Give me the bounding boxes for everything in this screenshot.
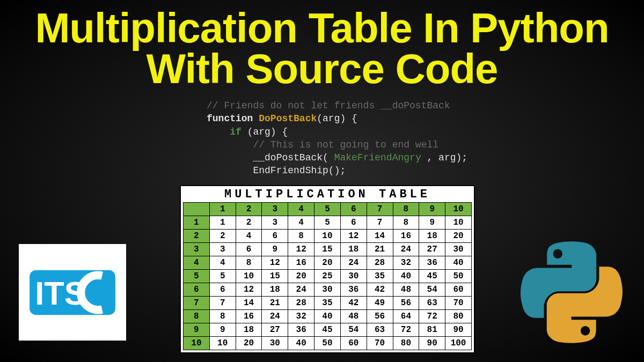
table-row: 4481216202428323640	[184, 256, 472, 270]
code-keyword-if: if	[230, 127, 241, 137]
table-cell: 36	[419, 256, 445, 270]
table-cell: 1	[209, 216, 236, 230]
table-cell: 48	[393, 283, 419, 297]
row-header: 2	[184, 230, 210, 243]
table-cell: 21	[262, 297, 288, 310]
table-cell: 4	[288, 216, 314, 230]
table-cell: 48	[340, 310, 367, 323]
table-cell: 24	[340, 256, 367, 270]
table-cell: 27	[419, 243, 445, 256]
multiplication-table: 12345678910 1123456789102246810121416182…	[183, 202, 472, 350]
row-header: 8	[184, 310, 210, 323]
code-comment-2: // This is not going to end well	[253, 139, 438, 150]
table-cell: 40	[393, 270, 419, 283]
multiplication-table-container: MULTIPLICATION TABLE 12345678910 1123456…	[180, 185, 475, 353]
table-cell: 20	[288, 270, 314, 283]
col-header: 3	[262, 203, 288, 216]
table-cell: 4	[236, 230, 262, 243]
code-l3-rest: (arg) {	[241, 127, 288, 137]
table-cell: 80	[393, 337, 419, 350]
table-cell: 7	[209, 297, 236, 310]
table-cell: 42	[367, 283, 393, 297]
table-cell: 56	[393, 297, 419, 310]
table-cell: 56	[367, 310, 393, 323]
table-cell: 8	[209, 310, 236, 323]
table-cell: 2	[209, 230, 236, 243]
table-cell: 70	[445, 297, 472, 310]
table-cell: 24	[262, 310, 288, 323]
table-cell: 40	[288, 337, 314, 350]
table-cell: 80	[445, 310, 472, 323]
table-cell: 10	[236, 270, 262, 283]
table-cell: 6	[262, 230, 288, 243]
table-cell: 15	[314, 243, 341, 256]
table-row: 336912151821242730	[184, 243, 472, 256]
table-cell: 50	[314, 337, 341, 350]
table-cell: 20	[236, 337, 262, 350]
table-cell: 35	[314, 297, 341, 310]
table-cell: 30	[340, 270, 367, 283]
table-cell: 45	[419, 270, 445, 283]
col-header: 5	[314, 203, 341, 216]
table-cell: 90	[445, 323, 472, 337]
table-cell: 6	[209, 283, 236, 297]
table-cell: 10	[314, 230, 341, 243]
code-l2-rest: (arg) {	[317, 113, 357, 124]
table-cell: 35	[367, 270, 393, 283]
table-row: 22468101214161820	[184, 230, 472, 243]
table-cell: 25	[314, 270, 341, 283]
row-header: 6	[184, 283, 210, 297]
table-cell: 18	[419, 230, 445, 243]
table-cell: 42	[340, 297, 367, 310]
table-cell: 60	[340, 337, 367, 350]
col-header: 1	[209, 203, 236, 216]
row-header: 10	[184, 337, 210, 350]
table-row: 88162432404856647280	[184, 310, 472, 323]
table-cell: 5	[314, 216, 341, 230]
table-cell: 12	[340, 230, 367, 243]
table-cell: 81	[419, 323, 445, 337]
row-header: 5	[184, 270, 210, 283]
table-cell: 54	[340, 323, 367, 337]
code-l5-p1: (	[323, 152, 334, 163]
title-line-1: Multiplication Table In Python	[0, 8, 644, 48]
table-cell: 40	[445, 256, 472, 270]
table-cell: 24	[393, 243, 419, 256]
table-cell: 18	[236, 323, 262, 337]
table-cell: 12	[288, 243, 314, 256]
table-row: 10102030405060708090100	[184, 337, 472, 350]
table-cell: 2	[236, 216, 262, 230]
code-l5-p2: , arg);	[421, 152, 467, 163]
table-row: 77142128354249566370	[184, 297, 472, 310]
code-arg: MakeFriendAngry	[334, 152, 421, 163]
table-cell: 14	[367, 230, 393, 243]
table-corner	[184, 203, 210, 216]
table-cell: 12	[236, 283, 262, 297]
table-cell: 12	[262, 256, 288, 270]
table-cell: 7	[367, 216, 393, 230]
table-cell: 9	[419, 216, 445, 230]
table-cell: 20	[314, 256, 341, 270]
table-cell: 30	[262, 337, 288, 350]
table-row: 55101520253035404550	[184, 270, 472, 283]
table-cell: 16	[288, 256, 314, 270]
itsc-logo-icon: ITS	[27, 267, 118, 318]
table-cell: 18	[262, 283, 288, 297]
table-cell: 50	[445, 270, 472, 283]
table-cell: 18	[340, 243, 367, 256]
table-cell: 49	[367, 297, 393, 310]
table-cell: 16	[236, 310, 262, 323]
col-header: 8	[393, 203, 419, 216]
table-cell: 60	[445, 283, 472, 297]
table-cell: 10	[209, 337, 236, 350]
table-cell: 32	[288, 310, 314, 323]
col-header: 7	[367, 203, 393, 216]
python-logo-icon	[521, 241, 623, 343]
table-cell: 54	[419, 283, 445, 297]
code-function-name: DoPostBack	[259, 113, 317, 124]
row-header: 9	[184, 323, 210, 337]
table-cell: 8	[288, 230, 314, 243]
table-cell: 32	[393, 256, 419, 270]
python-logo	[521, 241, 623, 343]
table-cell: 63	[419, 297, 445, 310]
